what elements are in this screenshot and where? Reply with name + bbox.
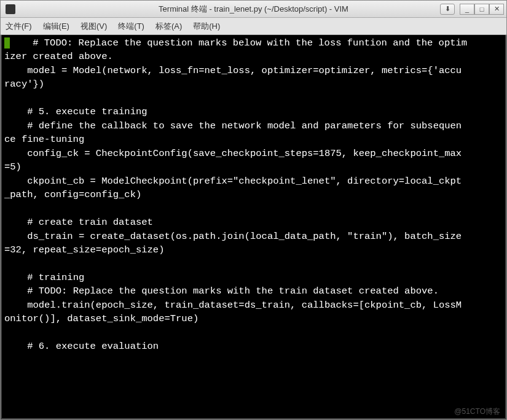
- code-line: ce fine-tuning: [4, 134, 84, 145]
- code-line: # create train dataset: [4, 217, 153, 228]
- app-icon: [6, 4, 15, 14]
- menubar: 文件(F) 编辑(E) 视图(V) 终端(T) 标签(A) 帮助(H): [1, 18, 506, 35]
- code-line: ckpoint_cb = ModelCheckpoint(prefix="che…: [4, 176, 462, 187]
- code-line: # TODO: Replace the question marks with …: [4, 286, 439, 297]
- code-line: # define the callback to save the networ…: [4, 120, 462, 131]
- code-line: =5): [4, 161, 22, 173]
- code-line: onitor()], dataset_sink_mode=True): [4, 313, 198, 324]
- titlebar: Terminal 终端 - train_lenet.py (~/Desktop/…: [1, 1, 506, 18]
- code-line: # 6. execute evaluation: [4, 341, 159, 352]
- code-line: =32, repeat_size=epoch_size): [4, 244, 164, 255]
- cursor-icon: [4, 37, 10, 49]
- code-line: # training: [4, 272, 84, 283]
- code-line: _path, config=config_ck): [4, 189, 141, 200]
- menu-terminal[interactable]: 终端(T): [118, 21, 144, 32]
- minimize-button[interactable]: _: [460, 4, 474, 15]
- menu-help[interactable]: 帮助(H): [193, 21, 220, 32]
- maximize-button[interactable]: □: [474, 4, 489, 15]
- window-title: Terminal 终端 - train_lenet.py (~/Desktop/…: [159, 4, 348, 15]
- code-line: # 5. execute training: [4, 106, 147, 117]
- terminal-content[interactable]: # TODO: Replace the question marks below…: [1, 35, 506, 419]
- code-line: model.train(epoch_size, train_dataset=ds…: [4, 300, 462, 311]
- code-line: racy'}): [4, 79, 44, 90]
- menu-edit[interactable]: 编辑(E): [43, 21, 69, 32]
- pin-button[interactable]: ⬇: [440, 4, 455, 15]
- watermark: @51CTO博客: [454, 406, 500, 417]
- menu-tabs[interactable]: 标签(A): [155, 21, 182, 32]
- code-line: config_ck = CheckpointConfig(save_checkp…: [4, 148, 462, 159]
- close-button[interactable]: ✕: [489, 4, 504, 15]
- code-line: model = Model(network, loss_fn=net_loss,…: [4, 65, 462, 76]
- menu-view[interactable]: 视图(V): [81, 21, 107, 32]
- code-line: # TODO: Replace the question marks below…: [10, 37, 467, 49]
- code-line: izer created above.: [4, 51, 113, 62]
- menu-file[interactable]: 文件(F): [6, 21, 32, 32]
- terminal-window: Terminal 终端 - train_lenet.py (~/Desktop/…: [0, 0, 507, 420]
- window-controls: ⬇ _ □ ✕: [440, 4, 504, 15]
- code-line: ds_train = create_dataset(os.path.join(l…: [4, 231, 462, 242]
